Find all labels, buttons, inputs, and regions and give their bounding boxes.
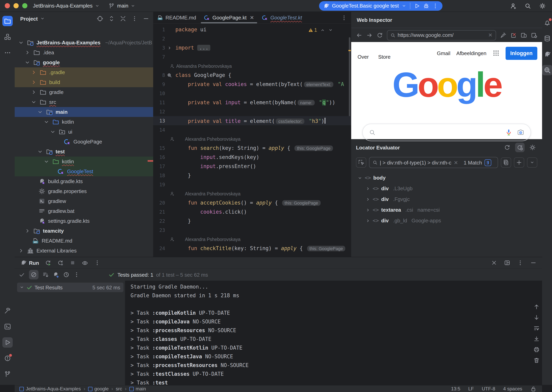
tab-options-icon[interactable] bbox=[341, 14, 347, 21]
browser-viewport-google-home[interactable]: OverStore Gmail Afbeeldingen Inloggen Go… bbox=[351, 42, 542, 139]
more-icon[interactable] bbox=[94, 260, 101, 266]
indent-setting[interactable]: 4 spaces bbox=[503, 386, 522, 392]
line-number[interactable]: 23 bbox=[153, 227, 166, 233]
add-locator-button[interactable] bbox=[514, 157, 524, 168]
test-history-icon[interactable] bbox=[63, 272, 69, 278]
line-number[interactable]: 9 bbox=[153, 81, 166, 87]
scope-highlight-icon[interactable] bbox=[167, 73, 172, 77]
close-panel-icon[interactable] bbox=[491, 260, 497, 266]
chevron-right-icon[interactable] bbox=[365, 186, 371, 191]
panel-options-icon[interactable] bbox=[517, 260, 523, 266]
run-tool-button[interactable] bbox=[2, 337, 13, 348]
split-layout-icon[interactable] bbox=[504, 260, 510, 266]
dom-row-div[interactable]: <>div.gb_ldGoogle-apps bbox=[351, 215, 542, 226]
vcs-branch-widget[interactable]: main bbox=[109, 3, 136, 9]
more-icon[interactable] bbox=[73, 272, 80, 278]
code-with-me-icon[interactable] bbox=[510, 3, 516, 9]
expand-collapse-icon[interactable] bbox=[108, 16, 115, 22]
line-number[interactable]: 17 bbox=[153, 163, 166, 169]
locator-dropdown-button[interactable] bbox=[527, 157, 537, 168]
project-tool-button[interactable] bbox=[2, 16, 13, 26]
code-author-annotation[interactable]: Alexandra Psheborovskaya bbox=[153, 62, 351, 70]
forward-icon[interactable] bbox=[366, 32, 373, 38]
chevron-down-icon[interactable] bbox=[43, 158, 50, 165]
code-editor[interactable]: 1 1package ui23import ...7Alexandra Pshe… bbox=[153, 24, 351, 257]
images-link[interactable]: Afbeeldingen bbox=[456, 50, 487, 56]
search-everywhere-icon[interactable] bbox=[525, 3, 531, 9]
device-emulation-icon[interactable] bbox=[521, 32, 527, 38]
database-tool-button[interactable] bbox=[542, 33, 552, 44]
scroll-to-end-icon[interactable] bbox=[533, 336, 540, 342]
chevron-down-icon[interactable] bbox=[40, 16, 45, 21]
code-author-annotation[interactable]: Alexandra Psheborovskaya bbox=[153, 235, 351, 244]
image-search-icon[interactable] bbox=[517, 129, 524, 136]
terminal-tool-button[interactable] bbox=[2, 322, 13, 332]
line-number[interactable]: 21 bbox=[153, 209, 166, 215]
tree-row-teamcity[interactable]: teamcity bbox=[15, 226, 153, 236]
line-number[interactable]: 2 bbox=[153, 36, 166, 42]
run-console[interactable]: Starting Gradle Daemon...Gradle Daemon s… bbox=[125, 281, 531, 385]
breadcrumb-item-jetbrains-aqua-examples[interactable]: JetBrains-Aqua-Examples bbox=[19, 386, 81, 392]
tree-row-gradle[interactable]: gradle bbox=[15, 87, 153, 97]
fold-arrow-icon[interactable] bbox=[167, 45, 172, 50]
show-options-icon[interactable] bbox=[82, 260, 88, 266]
show-ignored-button[interactable] bbox=[29, 270, 38, 280]
device-settings-icon[interactable] bbox=[531, 32, 537, 38]
tree-row-gradlew-bat[interactable]: gradlew.bat bbox=[15, 206, 153, 216]
soft-wrap-icon[interactable] bbox=[533, 325, 540, 331]
chevron-right-icon[interactable] bbox=[365, 208, 371, 212]
line-number[interactable]: 16 bbox=[153, 154, 166, 160]
run-configuration-name[interactable]: GoogleTest.Basic google test bbox=[332, 3, 399, 9]
line-number[interactable]: 22 bbox=[153, 218, 166, 224]
dom-row-div[interactable]: <>div.L3eUgb bbox=[351, 183, 542, 194]
line-number[interactable]: 11 bbox=[153, 100, 166, 105]
tree-row-test[interactable]: test bbox=[15, 147, 153, 156]
chevron-down-icon[interactable] bbox=[30, 98, 37, 105]
line-number[interactable]: 19 bbox=[153, 182, 166, 187]
settings-gear-icon[interactable] bbox=[539, 3, 546, 9]
tree-row-jetbrains-aqua-examples[interactable]: JetBrains-Aqua-Examples~/AquaProjects/Je… bbox=[15, 37, 153, 47]
tree-row-ui[interactable]: ui bbox=[15, 127, 153, 137]
structure-tool-button[interactable] bbox=[2, 32, 13, 42]
line-number[interactable]: 7 bbox=[153, 54, 166, 60]
line-ending[interactable]: LF bbox=[468, 386, 474, 392]
chevron-down-icon[interactable] bbox=[18, 39, 24, 46]
tree-row-kotlin[interactable]: kotlin bbox=[15, 117, 153, 127]
dom-row-body[interactable]: <>body bbox=[351, 172, 542, 183]
collapse-all-icon[interactable] bbox=[120, 16, 126, 22]
line-number[interactable]: 14 bbox=[153, 127, 166, 133]
run-button[interactable] bbox=[414, 3, 420, 9]
hide-panel-icon[interactable] bbox=[143, 16, 149, 22]
line-number[interactable]: 24 bbox=[153, 245, 166, 251]
gradle-export-icon[interactable] bbox=[53, 272, 59, 278]
copy-locator-button[interactable] bbox=[501, 157, 511, 168]
minimize-window-button[interactable] bbox=[14, 3, 19, 8]
tree-row-readme-md[interactable]: MDREADME.md bbox=[15, 236, 153, 245]
close-window-button[interactable] bbox=[5, 3, 10, 8]
tree-row-src[interactable]: src bbox=[15, 97, 153, 107]
tree-row-gradlew[interactable]: gradlew bbox=[15, 196, 153, 206]
dom-row-textarea[interactable]: <>textarea.csiname=csi bbox=[351, 204, 542, 215]
gradle-tool-button[interactable] bbox=[542, 49, 552, 59]
tree-row-scratches-and-consoles[interactable]: Scratches and Consoles bbox=[15, 255, 153, 257]
code-author-annotation[interactable]: Alexandra Psheborovskaya bbox=[153, 189, 351, 198]
chevron-right-icon[interactable] bbox=[30, 79, 37, 85]
tree-row-build[interactable]: build bbox=[15, 77, 153, 87]
project-widget[interactable]: JetBrains-Aqua-Examples bbox=[33, 3, 100, 9]
clear-locator-icon[interactable]: ✕ bbox=[454, 160, 458, 166]
scroll-to-top-icon[interactable] bbox=[533, 304, 540, 310]
breadcrumb-item-src[interactable]: src bbox=[116, 386, 122, 392]
show-passed-icon[interactable] bbox=[19, 272, 25, 278]
chevron-right-icon[interactable] bbox=[18, 247, 24, 254]
clear-console-icon[interactable] bbox=[533, 357, 540, 364]
test-results-row[interactable]: Test Results 5 sec 62 ms bbox=[17, 283, 123, 292]
line-number[interactable]: 3 bbox=[153, 45, 166, 50]
line-number[interactable]: 12 bbox=[153, 109, 166, 114]
git-tool-button[interactable] bbox=[2, 369, 13, 379]
chevron-down-icon[interactable] bbox=[402, 3, 406, 8]
line-number[interactable]: 18 bbox=[153, 173, 166, 178]
css-selector-badge[interactable]: ∃ bbox=[484, 159, 491, 166]
clear-cookies-icon[interactable] bbox=[500, 32, 506, 38]
maximize-window-button[interactable] bbox=[22, 3, 27, 8]
tree-row-kotlin[interactable]: kotlin bbox=[15, 156, 153, 166]
